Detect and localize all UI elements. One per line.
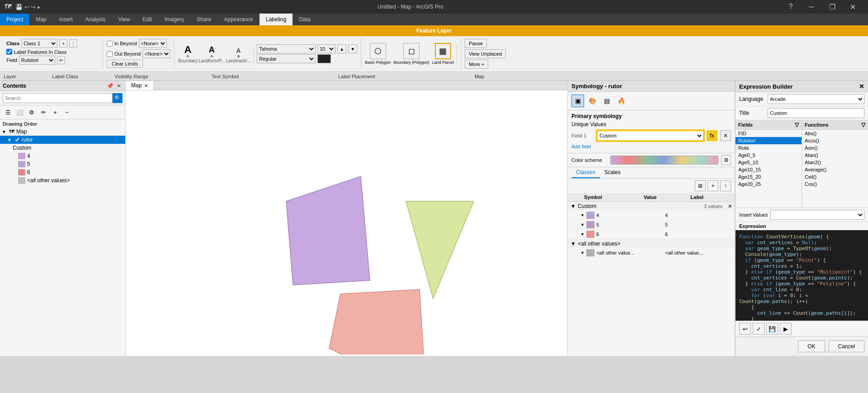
expr-run-button[interactable]: ▶ <box>780 323 792 335</box>
field-Age10_15[interactable]: Age10_15 <box>736 166 802 173</box>
search-button[interactable]: 🔍 <box>113 93 123 103</box>
func-Atan[interactable]: Atan() <box>802 152 868 159</box>
color-options-button[interactable]: ⚙ <box>721 155 731 165</box>
swatch-5[interactable] <box>586 221 594 228</box>
field1-clear-button[interactable]: ✕ <box>720 130 731 141</box>
tree-item-all-other[interactable]: <all other values> <box>0 176 125 185</box>
out-beyond-checkbox[interactable] <box>107 51 113 57</box>
out-beyond-select[interactable]: <None> <box>142 49 170 58</box>
in-beyond-select[interactable]: <None> <box>139 39 167 48</box>
field-FID[interactable]: FID <box>736 130 802 137</box>
swatch-other[interactable] <box>586 249 594 256</box>
field-Rutstorl[interactable]: Rutstorl <box>736 137 802 144</box>
field-Age5_10[interactable]: Age5_10 <box>736 159 802 166</box>
in-beyond-checkbox[interactable] <box>107 41 113 47</box>
tab-analysis[interactable]: Analysis <box>79 14 112 25</box>
add-button[interactable]: + <box>50 107 61 118</box>
swatch-4[interactable] <box>586 212 594 219</box>
basic-polygon-button[interactable]: ⬡ Basic Polygon <box>365 43 391 65</box>
sym-dropdown-5[interactable]: ▼ <box>580 223 585 227</box>
tab-share[interactable]: Share <box>190 14 217 25</box>
group-custom[interactable]: ▼ Custom 3 values ✕ <box>568 202 735 211</box>
sym-dropdown-other[interactable]: ▼ <box>580 251 585 255</box>
field-Age15_20[interactable]: Age15_20 <box>736 173 802 180</box>
tree-item-6[interactable]: 6 <box>0 168 125 176</box>
field-Age0_5[interactable]: Age0_5 <box>736 152 802 159</box>
map-tab[interactable]: Map ✕ <box>126 81 154 90</box>
font-decrease-button[interactable]: ▼ <box>348 44 357 53</box>
field-Age20_25[interactable]: Age20_25 <box>736 180 802 188</box>
func-Average[interactable]: Average() <box>802 166 868 173</box>
tab-appearance[interactable]: Appearance <box>217 14 259 25</box>
boundary-polygon-button[interactable]: ◻ Boundary (Polygon) <box>393 43 429 65</box>
language-select[interactable]: Arcade <box>768 94 864 104</box>
sym-dropdown-4[interactable]: ▼ <box>580 213 585 218</box>
font-size-select[interactable]: 10 <box>317 44 335 53</box>
title-input[interactable] <box>768 108 864 118</box>
tab-project[interactable]: Project <box>0 14 29 25</box>
map-tab-close-icon[interactable]: ✕ <box>144 83 148 88</box>
sym-dropdown-6[interactable]: ▼ <box>580 232 585 237</box>
tab-view[interactable]: View <box>112 14 136 25</box>
class-options-button[interactable]: ⋮ <box>69 39 77 47</box>
func-Cos[interactable]: Cos() <box>802 180 868 188</box>
symb-remove-button[interactable]: ↑ <box>720 180 731 191</box>
cancel-button[interactable]: Cancel <box>829 341 864 352</box>
more-button[interactable]: More + <box>465 60 489 69</box>
func-Acos[interactable]: Acos() <box>802 137 868 144</box>
tab-imagery[interactable]: Imagery <box>158 14 190 25</box>
class-select[interactable]: Class 1 <box>21 39 57 48</box>
tree-item-map[interactable]: ▼ 🗺 Map <box>0 128 125 136</box>
remove-button[interactable]: − <box>61 107 72 118</box>
add-field-link[interactable]: Add field <box>571 143 731 150</box>
view-unplaced-button[interactable]: View Unplaced <box>465 49 506 58</box>
font-style-select[interactable]: Regular <box>257 54 316 63</box>
expr-save-button[interactable]: 💾 <box>766 323 778 335</box>
tab-data[interactable]: Data <box>292 14 316 25</box>
symb-add-all-button[interactable]: ⊞ <box>695 180 706 191</box>
text-symbol-a-small[interactable]: A a Landmark/... <box>226 47 251 63</box>
restore-button[interactable]: ❐ <box>822 0 843 14</box>
symb-single-symbol-btn[interactable]: ▣ <box>571 95 584 107</box>
text-symbol-aa-medium[interactable]: A A Landform/P... <box>198 46 225 63</box>
classes-tab[interactable]: Classes <box>571 167 600 178</box>
tab-map[interactable]: Map <box>29 14 52 25</box>
group-all-other[interactable]: ▼ <all other values> <box>568 239 735 248</box>
layer-view-button[interactable]: ⬜ <box>14 107 25 118</box>
font-color-swatch[interactable] <box>317 54 331 63</box>
clear-limits-button[interactable]: Clear Limits <box>107 60 143 68</box>
expr-check-button[interactable]: ✓ <box>753 323 764 335</box>
field-edit-button[interactable]: ✏ <box>57 56 65 64</box>
tree-item-5[interactable]: 5 <box>0 160 125 168</box>
symb-graduated-colors-btn[interactable]: ▤ <box>600 95 613 107</box>
text-symbol-aa-large[interactable]: A A Boundary <box>178 45 198 63</box>
field-Ruta[interactable]: Ruta <box>736 144 802 152</box>
close-button[interactable]: ✕ <box>843 0 863 14</box>
field1-expr-button[interactable]: fx <box>707 130 717 141</box>
tab-edit[interactable]: Edit <box>136 14 158 25</box>
color-bar[interactable] <box>610 156 718 165</box>
functions-filter-icon[interactable]: ▽ <box>861 122 865 128</box>
tree-item-custom[interactable]: Custom <box>0 144 125 152</box>
expr-code-editor[interactable]: Function CountVertices(geom) { var cnt_v… <box>736 230 868 321</box>
land-parcel-button[interactable]: ▦ Land Parcel <box>432 43 454 65</box>
list-view-button[interactable]: ☰ <box>3 107 14 118</box>
rutor-visibility-checkbox[interactable] <box>14 137 20 142</box>
panel-close-button[interactable]: ✕ <box>115 82 123 90</box>
ok-button[interactable]: OK <box>798 341 825 352</box>
expr-undo-button[interactable]: ↩ <box>739 323 751 335</box>
scales-tab[interactable]: Scales <box>600 167 625 178</box>
tree-item-rutor[interactable]: ▼ rutor <box>0 136 125 144</box>
insert-values-select[interactable] <box>770 210 864 220</box>
func-Ceil[interactable]: Ceil() <box>802 173 868 180</box>
fields-filter-icon[interactable]: ▽ <box>795 122 799 128</box>
help-button[interactable]: ? <box>780 0 801 14</box>
symb-add-button[interactable]: + <box>708 180 718 191</box>
map-canvas[interactable] <box>126 90 567 355</box>
minimize-button[interactable]: ─ <box>801 0 822 14</box>
field-select[interactable]: Rutstorl <box>19 56 55 65</box>
symb-unique-values-btn[interactable]: 🎨 <box>586 95 599 107</box>
font-name-select[interactable]: Tahoma <box>257 44 316 53</box>
func-Atan2[interactable]: Atan2() <box>802 159 868 166</box>
font-increase-button[interactable]: ▲ <box>337 44 346 53</box>
